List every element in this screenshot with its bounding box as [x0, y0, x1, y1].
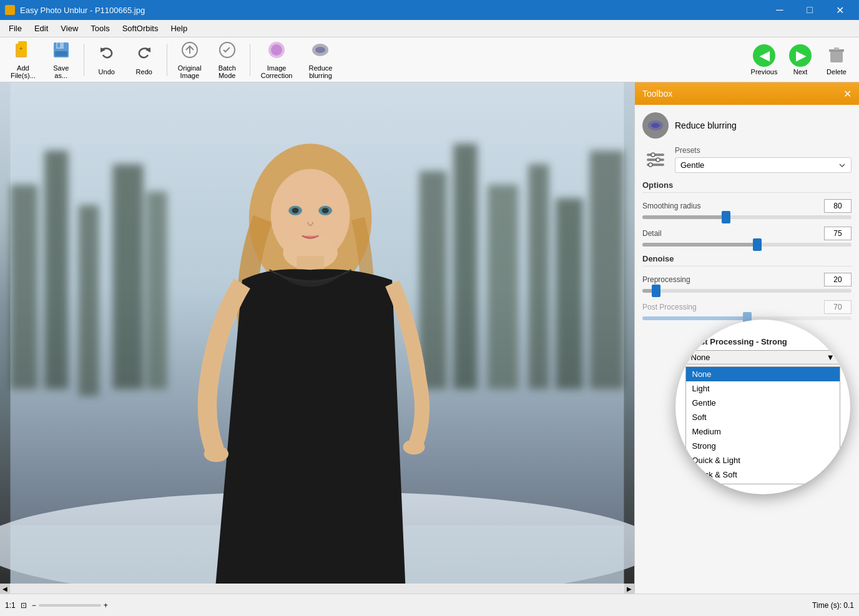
- svg-point-41: [204, 446, 228, 462]
- zoom-slider[interactable]: [39, 604, 101, 607]
- zoom-minus-icon[interactable]: −: [32, 601, 36, 610]
- detail-thumb[interactable]: [753, 238, 762, 251]
- preprocessing-slider-row: Preprocessing 20: [642, 273, 852, 293]
- toolbox-close-button[interactable]: ✕: [843, 88, 852, 100]
- preprocessing-value-box[interactable]: 20: [824, 273, 852, 286]
- svg-point-42: [403, 439, 425, 454]
- presets-select[interactable]: Gentle Light Soft Medium Strong: [675, 157, 852, 173]
- svg-point-13: [271, 44, 282, 56]
- toolbar-separator-2: [167, 44, 167, 76]
- scroll-left-button[interactable]: ◀: [0, 584, 10, 594]
- detail-track[interactable]: [642, 243, 852, 247]
- h-scroll-track[interactable]: [10, 584, 624, 594]
- svg-rect-45: [647, 154, 664, 156]
- redo-button[interactable]: Redo: [127, 40, 162, 80]
- svg-rect-21: [44, 150, 68, 389]
- options-header: Options: [642, 180, 852, 193]
- preprocessing-track[interactable]: [642, 289, 852, 293]
- presets-right: Presets Gentle Light Soft Medium Strong: [675, 146, 852, 173]
- photo-background: [0, 82, 634, 594]
- toolbar: + AddFile(s)... Saveas... Undo: [0, 37, 859, 82]
- dropdown-item-gentle[interactable]: Gentle: [686, 396, 840, 410]
- dropdown-item-none[interactable]: None: [686, 367, 840, 381]
- postprocessing-row: Post Processing 70: [642, 300, 852, 320]
- save-icon: [51, 40, 71, 63]
- menu-softorbits[interactable]: SoftOrbits: [116, 21, 165, 36]
- close-button[interactable]: ✕: [825, 0, 854, 20]
- save-as-button[interactable]: Saveas...: [44, 40, 79, 80]
- presets-label: Presets: [675, 146, 852, 155]
- dropdown-item-quick-light[interactable]: Quick & Light: [686, 453, 840, 467]
- fit-icon[interactable]: ⊡: [21, 601, 27, 610]
- svg-rect-25: [420, 171, 447, 389]
- svg-rect-29: [556, 198, 583, 389]
- smoothing-track[interactable]: [642, 215, 852, 219]
- previous-label: Previous: [751, 68, 778, 76]
- detail-value-box[interactable]: 75: [824, 227, 852, 240]
- presets-icon: [642, 147, 669, 173]
- dropdown-list: None Light Gentle Soft Medium Strong Qui…: [685, 366, 840, 484]
- undo-button[interactable]: Undo: [89, 40, 124, 80]
- image-correction-label: ImageCorrection: [261, 64, 293, 79]
- batch-mode-button[interactable]: BatchMode: [210, 40, 245, 80]
- h-scrollbar[interactable]: ◀ ▶: [0, 584, 634, 594]
- app-icon: [5, 5, 15, 15]
- batch-mode-icon: [217, 40, 237, 63]
- next-button[interactable]: ▶ Next: [783, 40, 818, 80]
- menu-help[interactable]: Help: [164, 21, 194, 36]
- dropdown-item-quick-strong[interactable]: Quick & Strong: [686, 482, 840, 484]
- preprocessing-thumb[interactable]: [652, 285, 660, 297]
- add-files-label: AddFile(s)...: [11, 64, 36, 79]
- previous-button[interactable]: ◀ Previous: [747, 40, 782, 80]
- add-files-icon: +: [13, 40, 33, 63]
- status-bar: 1:1 ⊡ − + Time (s): 0.1: [0, 594, 859, 616]
- dropdown-item-medium[interactable]: Medium: [686, 424, 840, 439]
- zoom-plus-icon[interactable]: +: [104, 601, 108, 610]
- dropdown-current[interactable]: None ▼: [685, 350, 840, 364]
- svg-point-49: [656, 158, 660, 162]
- previous-icon: ◀: [753, 44, 775, 67]
- smoothing-label: Smoothing radius: [642, 202, 700, 210]
- svg-rect-18: [834, 47, 839, 50]
- delete-button[interactable]: Delete: [819, 40, 854, 80]
- smoothing-thumb[interactable]: [722, 211, 730, 223]
- image-correction-button[interactable]: ImageCorrection: [255, 40, 298, 80]
- menu-view[interactable]: View: [54, 21, 84, 36]
- postprocessing-value-box[interactable]: 70: [824, 300, 852, 314]
- zoom-slider-area: − +: [32, 601, 108, 610]
- svg-rect-27: [488, 185, 518, 389]
- add-files-button[interactable]: + AddFile(s)...: [5, 40, 41, 80]
- dropdown-item-soft[interactable]: Soft: [686, 410, 840, 424]
- smoothing-fill: [642, 215, 726, 219]
- svg-point-48: [651, 153, 655, 157]
- nav-section: ◀ Previous ▶ Next Delete: [747, 40, 854, 80]
- smoothing-value-box[interactable]: 80: [824, 199, 852, 213]
- menu-tools[interactable]: Tools: [84, 21, 115, 36]
- tool-icon: [642, 112, 669, 139]
- svg-rect-22: [79, 205, 99, 396]
- menu-edit[interactable]: Edit: [28, 21, 54, 36]
- reduce-blurring-button[interactable]: Reduceblurring: [300, 40, 340, 80]
- presets-row: Presets Gentle Light Soft Medium Strong: [642, 146, 852, 173]
- denoise-header: Denoise: [642, 254, 852, 266]
- dropdown-item-light[interactable]: Light: [686, 381, 840, 396]
- window-title: Easy Photo Unblur - P1100665.jpg: [20, 6, 145, 15]
- maximize-button[interactable]: □: [795, 0, 824, 20]
- minimize-button[interactable]: ─: [765, 0, 794, 20]
- dropdown-item-quick-soft[interactable]: Quick & Soft: [686, 467, 840, 482]
- dropdown-overlay: Post Processing - Strong None ▼ None Lig…: [647, 320, 859, 494]
- original-image-button[interactable]: OriginalImage: [172, 40, 207, 80]
- detail-fill: [642, 243, 757, 247]
- svg-point-44: [651, 123, 660, 128]
- menu-file[interactable]: File: [2, 21, 28, 36]
- dropdown-item-strong[interactable]: Strong: [686, 439, 840, 453]
- main-area: ◀ ▶ Toolbox ✕ Reduce blurring: [0, 82, 859, 594]
- scroll-right-button[interactable]: ▶: [624, 584, 634, 594]
- save-as-label: Saveas...: [53, 64, 69, 79]
- time-label: Time (s): 0.1: [812, 601, 854, 610]
- postprocessing-label: Post Processing: [642, 303, 697, 311]
- detail-label: Detail: [642, 229, 662, 238]
- reduce-blurring-icon: [310, 40, 330, 63]
- original-image-label: OriginalImage: [178, 64, 202, 79]
- title-bar-left: Easy Photo Unblur - P1100665.jpg: [5, 5, 145, 15]
